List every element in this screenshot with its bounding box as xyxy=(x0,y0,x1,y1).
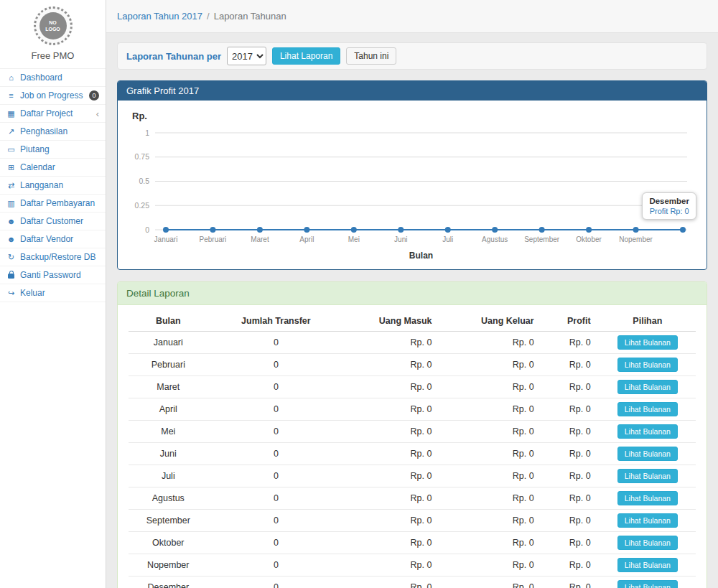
sidebar-item-piutang[interactable]: ▭ Piutang xyxy=(0,140,106,158)
app-logo: NO LOGO xyxy=(34,6,73,45)
svg-text:0.25: 0.25 xyxy=(135,201,150,210)
col-uang-masuk: Uang Masuk xyxy=(344,311,440,332)
lihat-bulanan-button[interactable]: Lihat Bulanan xyxy=(617,335,678,350)
sidebar-item-calendar[interactable]: ⊞ Calendar xyxy=(0,158,106,176)
cell-bulan: Juni xyxy=(129,443,208,465)
tahun-ini-button[interactable]: Tahun ini xyxy=(346,47,396,65)
report-table-row: Januari 0 Rp. 0 Rp. 0 Rp. 0 Lihat Bulana… xyxy=(129,332,696,354)
lihat-bulanan-button[interactable]: Lihat Bulanan xyxy=(617,380,678,394)
cell-pilihan: Lihat Bulanan xyxy=(600,465,696,487)
lihat-bulanan-button[interactable]: Lihat Bulanan xyxy=(617,469,678,483)
profit-chart-svg: Rp.10.750.50.250JanuariPebruariMaretApri… xyxy=(126,108,697,262)
report-table-row: Juli 0 Rp. 0 Rp. 0 Rp. 0 Lihat Bulanan xyxy=(129,465,696,487)
cell-jumlah-transfer: 0 xyxy=(208,421,345,443)
sidebar-item-daftar-vendor[interactable]: ☻ Daftar Vendor xyxy=(0,230,106,248)
cell-uang-masuk: Rp. 0 xyxy=(344,510,440,532)
cell-uang-keluar: Rp. 0 xyxy=(440,398,542,421)
cell-jumlah-transfer: 0 xyxy=(208,487,345,510)
svg-text:Nopember: Nopember xyxy=(619,235,653,243)
col-profit: Profit xyxy=(543,311,600,332)
lihat-bulanan-button[interactable]: Lihat Bulanan xyxy=(617,402,678,416)
menu-label: Keluar xyxy=(20,288,45,298)
cell-pilihan: Lihat Bulanan xyxy=(600,332,696,354)
svg-text:Maret: Maret xyxy=(251,235,269,243)
cell-uang-keluar: Rp. 0 xyxy=(440,354,542,376)
cell-profit: Rp. 0 xyxy=(543,465,600,487)
sidebar-item-keluar[interactable]: ↪ Keluar xyxy=(0,284,106,302)
sidebar-item-daftar-customer[interactable]: ☻ Daftar Customer xyxy=(0,212,106,230)
vendors-icon: ☻ xyxy=(6,235,16,243)
cell-bulan: Juli xyxy=(129,465,208,487)
cell-uang-masuk: Rp. 0 xyxy=(344,398,440,421)
income-chart-icon: ↗ xyxy=(6,127,16,136)
breadcrumb-year-link[interactable]: Laporan Tahun 2017 xyxy=(117,11,202,22)
cell-profit: Rp. 0 xyxy=(543,421,600,443)
menu-label: Daftar Vendor xyxy=(20,234,73,244)
lihat-bulanan-button[interactable]: Lihat Bulanan xyxy=(617,491,678,505)
cell-jumlah-transfer: 0 xyxy=(208,532,345,554)
sidebar-item-daftar-project[interactable]: ▦ Daftar Project ‹ xyxy=(0,104,106,122)
receivable-card-icon: ▭ xyxy=(6,145,16,154)
year-filter-panel: Laporan Tahunan per 2017 Lihat Laporan T… xyxy=(117,42,707,70)
cell-profit: Rp. 0 xyxy=(543,376,600,398)
tasks-icon: ≡ xyxy=(6,91,16,100)
cell-profit: Rp. 0 xyxy=(543,443,600,465)
sidebar-item-job-on-progress[interactable]: ≡ Job on Progress 0 xyxy=(0,86,106,104)
cell-profit: Rp. 0 xyxy=(543,398,600,421)
lihat-bulanan-button[interactable]: Lihat Bulanan xyxy=(617,358,678,372)
cell-bulan: Maret xyxy=(129,376,208,398)
cell-uang-keluar: Rp. 0 xyxy=(440,554,542,577)
detail-report-panel: Detail Laporan Bulan Jumlah Transfer Uan… xyxy=(117,281,707,588)
cell-profit: Rp. 0 xyxy=(543,554,600,577)
svg-text:Mei: Mei xyxy=(348,235,360,243)
cell-uang-masuk: Rp. 0 xyxy=(344,532,440,554)
sidebar-item-dashboard[interactable]: ⌂ Dashboard xyxy=(0,68,106,86)
lihat-bulanan-button[interactable]: Lihat Bulanan xyxy=(617,447,678,461)
sidebar-menu: ⌂ Dashboard ≡ Job on Progress 0 ▦ Daftar… xyxy=(0,68,106,302)
svg-text:Januari: Januari xyxy=(154,235,178,243)
sign-out-icon: ↪ xyxy=(6,289,16,298)
cell-uang-keluar: Rp. 0 xyxy=(440,376,542,398)
menu-label: Backup/Restore DB xyxy=(20,252,95,262)
sidebar-item-backup-restore-db[interactable]: ↻ Backup/Restore DB xyxy=(0,248,106,266)
svg-text:0: 0 xyxy=(145,225,149,234)
sidebar-item-penghasilan[interactable]: ↗ Penghasilan xyxy=(0,122,106,140)
sidebar-item-daftar-pembayaran[interactable]: ▥ Daftar Pembayaran xyxy=(0,194,106,212)
cell-uang-masuk: Rp. 0 xyxy=(344,421,440,443)
lihat-bulanan-button[interactable]: Lihat Bulanan xyxy=(617,513,678,528)
lihat-bulanan-button[interactable]: Lihat Bulanan xyxy=(617,424,678,439)
lihat-bulanan-button[interactable]: Lihat Bulanan xyxy=(617,580,678,588)
report-table-row: Pebruari 0 Rp. 0 Rp. 0 Rp. 0 Lihat Bulan… xyxy=(129,354,696,376)
lock-icon xyxy=(6,271,16,280)
menu-label: Langganan xyxy=(20,180,63,190)
chart-panel-title: Grafik Profit 2017 xyxy=(118,81,707,101)
col-pilihan: Pilihan xyxy=(600,311,696,332)
breadcrumb: Laporan Tahun 2017/Laporan Tahunan xyxy=(106,0,718,33)
sidebar-item-ganti-password[interactable]: Ganti Password xyxy=(0,266,106,284)
lihat-laporan-button[interactable]: Lihat Laporan xyxy=(272,47,340,65)
main-area: Laporan Tahun 2017/Laporan Tahunan Lapor… xyxy=(106,0,718,588)
cell-uang-keluar: Rp. 0 xyxy=(440,510,542,532)
cell-pilihan: Lihat Bulanan xyxy=(600,554,696,577)
lihat-bulanan-button[interactable]: Lihat Bulanan xyxy=(617,536,678,550)
svg-text:Rp.: Rp. xyxy=(132,111,147,121)
logo-area: NO LOGO Free PMO xyxy=(0,0,106,68)
menu-label: Daftar Pembayaran xyxy=(20,198,95,208)
tooltip-month: Desember xyxy=(649,197,689,205)
payment-card-icon: ▥ xyxy=(6,199,16,208)
report-table-row: Desember 0 Rp. 0 Rp. 0 Rp. 0 Lihat Bulan… xyxy=(129,577,696,588)
cell-uang-masuk: Rp. 0 xyxy=(344,465,440,487)
cell-uang-keluar: Rp. 0 xyxy=(440,487,542,510)
year-select[interactable]: 2017 xyxy=(227,47,266,65)
sidebar: NO LOGO Free PMO ⌂ Dashboard ≡ Job on Pr… xyxy=(0,0,106,588)
svg-text:Juli: Juli xyxy=(442,235,453,243)
cell-uang-keluar: Rp. 0 xyxy=(440,465,542,487)
menu-label: Piutang xyxy=(20,144,50,154)
tooltip-value: Profit Rp: 0 xyxy=(649,207,689,215)
svg-text:Agustus: Agustus xyxy=(482,235,508,243)
cell-uang-keluar: Rp. 0 xyxy=(440,421,542,443)
cell-jumlah-transfer: 0 xyxy=(208,332,345,354)
sidebar-item-langganan[interactable]: ⇄ Langganan xyxy=(0,176,106,194)
svg-text:April: April xyxy=(299,235,314,243)
lihat-bulanan-button[interactable]: Lihat Bulanan xyxy=(617,558,678,572)
